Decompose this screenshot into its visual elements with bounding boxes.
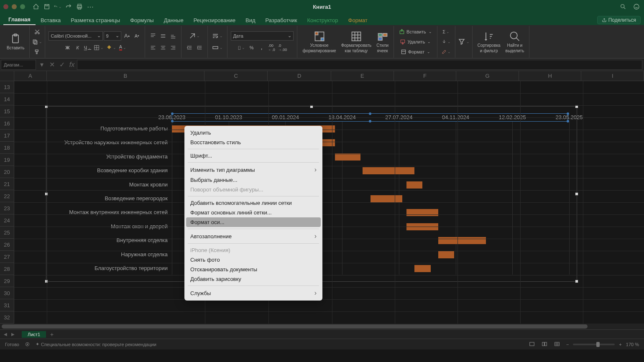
currency-button[interactable]: ⌷	[237, 43, 246, 52]
align-right-button[interactable]	[169, 43, 178, 52]
row-header-14[interactable]: 14	[0, 93, 14, 105]
align-middle-button[interactable]	[158, 31, 168, 41]
minimize-window-button[interactable]	[12, 4, 17, 9]
page-layout-view-button[interactable]	[541, 341, 549, 348]
align-left-button[interactable]	[148, 43, 158, 52]
accept-formula-button[interactable]: ✓	[57, 60, 67, 70]
tab-developer[interactable]: Разработчик	[261, 15, 302, 25]
gantt-bar[interactable]	[335, 153, 361, 161]
name-box-dropdown[interactable]: ▾	[37, 60, 47, 70]
fx-button[interactable]: fx	[67, 60, 77, 70]
tab-review[interactable]: Рецензирование	[189, 15, 240, 25]
menu-autofill[interactable]: Автозаполнение	[184, 231, 322, 242]
normal-view-button[interactable]	[529, 341, 537, 348]
menu-services[interactable]: Службы	[184, 288, 322, 298]
menu-change-chart-type[interactable]: Изменить тип диаграммы	[184, 164, 322, 175]
chart-handle-se[interactable]	[575, 280, 578, 283]
tab-formulas[interactable]: Формулы	[125, 15, 159, 25]
clear-button[interactable]	[441, 47, 452, 56]
find-select-button[interactable]: Найти ивыделить	[504, 30, 526, 54]
scrollbar-thumb[interactable]	[2, 324, 588, 329]
tab-view[interactable]: Вид	[240, 15, 261, 25]
format-as-table-button[interactable]: Форматироватькак таблицу	[340, 30, 373, 54]
row-header-15[interactable]: 15	[0, 105, 14, 117]
gantt-bar[interactable]	[438, 237, 486, 244]
zoom-in-button[interactable]: +	[619, 342, 621, 347]
column-header-I[interactable]: I	[581, 71, 644, 81]
menu-format-axis[interactable]: Формат оси...	[186, 217, 321, 227]
fullscreen-window-button[interactable]	[20, 4, 25, 9]
tab-home[interactable]: Главная	[3, 15, 36, 25]
chart-handle-sw[interactable]	[45, 280, 48, 283]
gantt-bar[interactable]	[414, 265, 431, 272]
cut-button[interactable]	[31, 27, 43, 36]
tab-insert[interactable]: Вставка	[36, 15, 66, 25]
format-painter-button[interactable]	[31, 47, 43, 56]
gantt-bar[interactable]	[406, 181, 422, 189]
align-top-button[interactable]	[148, 31, 158, 41]
sheet-nav-next[interactable]: ▶	[9, 331, 17, 338]
add-sheet-button[interactable]: +	[48, 331, 56, 338]
tab-format[interactable]: Формат	[343, 15, 373, 25]
increase-font-button[interactable]: A▴	[122, 31, 131, 41]
close-window-button[interactable]	[3, 4, 8, 9]
increase-decimal-button[interactable]: .00←.0	[267, 43, 276, 52]
filter-quick-button[interactable]	[457, 37, 470, 46]
row-header-31[interactable]: 31	[0, 299, 14, 311]
menu-add-minor-gridlines[interactable]: Добавить вспомогательные линии сетки	[184, 198, 322, 208]
borders-button[interactable]	[93, 43, 105, 52]
horizontal-scrollbar[interactable]	[0, 324, 644, 329]
row-header-26[interactable]: 26	[0, 239, 14, 251]
italic-button[interactable]: К	[73, 43, 82, 52]
gantt-bar[interactable]	[371, 195, 402, 202]
gantt-bar[interactable]	[438, 251, 454, 258]
fill-color-button[interactable]	[105, 43, 117, 52]
column-header-G[interactable]: G	[456, 71, 519, 81]
menu-reset-style[interactable]: Восстановить стиль	[184, 138, 322, 147]
increase-indent-button[interactable]	[195, 43, 204, 52]
row-header-13[interactable]: 13	[0, 81, 14, 93]
menu-delete[interactable]: Удалить	[184, 128, 322, 138]
decrease-indent-button[interactable]	[185, 43, 194, 52]
name-box[interactable]: Диагам...	[1, 60, 36, 70]
wrap-text-button[interactable]	[211, 31, 224, 41]
undo-button[interactable]	[54, 3, 62, 11]
row-header-19[interactable]: 19	[0, 154, 14, 166]
font-color-button[interactable]: A	[118, 43, 127, 52]
select-all-corner[interactable]	[0, 71, 14, 81]
column-header-F[interactable]: F	[394, 71, 457, 81]
axis-handle[interactable]	[369, 120, 371, 122]
row-header-27[interactable]: 27	[0, 251, 14, 263]
row-header-29[interactable]: 29	[0, 275, 14, 287]
fill-button[interactable]	[441, 37, 452, 46]
redo-button[interactable]	[64, 3, 73, 11]
decrease-decimal-button[interactable]: .0→.00	[277, 43, 288, 52]
row-header-30[interactable]: 30	[0, 287, 14, 299]
tab-data[interactable]: Данные	[159, 15, 189, 25]
orientation-button[interactable]	[188, 31, 201, 41]
row-header-16[interactable]: 16	[0, 117, 14, 130]
record-macro-icon[interactable]: ⦿	[25, 342, 30, 347]
page-break-view-button[interactable]	[554, 341, 562, 348]
row-header-18[interactable]: 18	[0, 142, 14, 154]
autosum-button[interactable]: Σ	[442, 27, 451, 36]
insert-cells-button[interactable]: Вставить⌄	[397, 27, 434, 36]
menu-select-data[interactable]: Выбрать данные...	[184, 175, 322, 185]
font-name-combo[interactable]: Calibri (Основной...⌄	[49, 31, 103, 41]
comma-button[interactable]: ,	[257, 43, 266, 52]
zoom-slider[interactable]	[573, 344, 615, 345]
menu-scan-documents[interactable]: Отсканировать документы	[184, 265, 322, 274]
menu-font[interactable]: Шрифт...	[184, 151, 322, 161]
paste-button[interactable]: Вставить	[5, 32, 26, 51]
row-header-32[interactable]: 32	[0, 311, 14, 324]
align-center-button[interactable]	[158, 43, 168, 52]
sort-filter-button[interactable]: Сортировкаи фильтр	[476, 30, 502, 54]
sheet-tab-1[interactable]: Лист1	[22, 331, 46, 338]
gantt-bar[interactable]	[406, 209, 438, 216]
menu-format-major-gridlines[interactable]: Формат основных линий сетки...	[184, 208, 322, 217]
column-header-H[interactable]: H	[519, 71, 582, 81]
tab-chart-design[interactable]: Конструктор	[302, 15, 343, 25]
column-header-D[interactable]: D	[268, 71, 331, 81]
row-header-20[interactable]: 20	[0, 166, 14, 178]
sheet-nav-prev[interactable]: ◀	[2, 331, 9, 338]
